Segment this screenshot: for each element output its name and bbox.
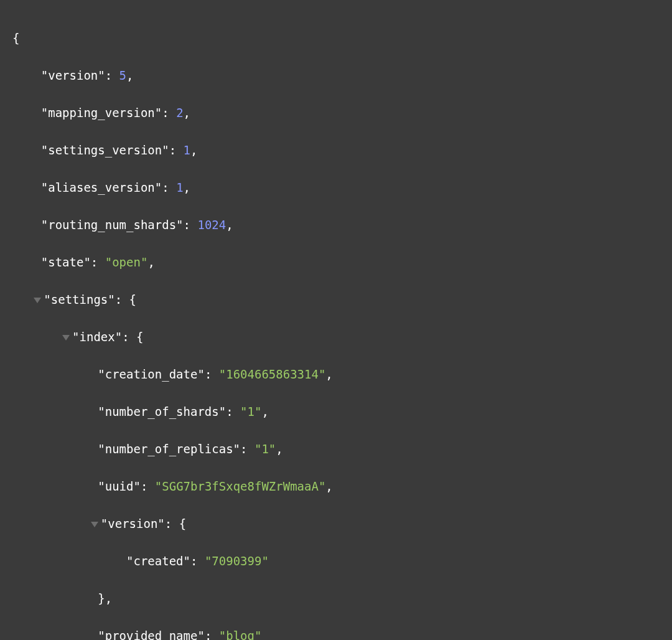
kv-creation-date: "creation_date": "1604665863314", [12, 365, 672, 384]
kv-version: "version": 5, [12, 66, 672, 85]
kv-aliases-version: "aliases_version": 1, [12, 178, 672, 197]
kv-provided-name: "provided_name": "blog" [12, 626, 672, 640]
kv-routing: "routing_num_shards": 1024, [12, 215, 672, 234]
kv-settings: "settings": { [12, 290, 672, 309]
kv-version-obj: "version": { [12, 514, 672, 533]
kv-settings-version: "settings_version": 1, [12, 141, 672, 159]
kv-num-shards: "number_of_shards": "1", [12, 402, 672, 421]
chevron-down-icon[interactable] [91, 522, 98, 527]
kv-state: "state": "open", [12, 253, 672, 271]
kv-created: "created": "7090399" [12, 552, 672, 570]
chevron-down-icon[interactable] [62, 335, 70, 341]
kv-num-replicas: "number_of_replicas": "1", [12, 440, 672, 458]
close-version: }, [12, 589, 672, 608]
kv-index: "index": { [12, 327, 672, 346]
kv-uuid: "uuid": "SGG7br3fSxqe8fWZrWmaaA", [12, 477, 672, 496]
chevron-down-icon[interactable] [34, 298, 41, 303]
json-viewer: { "version": 5, "mapping_version": 2, "s… [0, 0, 672, 640]
kv-mapping-version: "mapping_version": 2, [12, 103, 672, 122]
open-brace: { [12, 29, 672, 47]
